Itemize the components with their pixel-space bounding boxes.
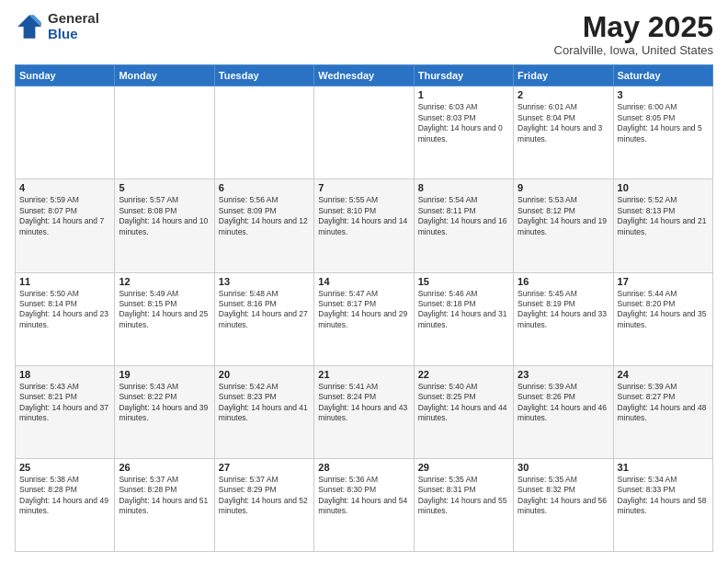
sunrise-text: Sunrise: 5:35 AM [418, 475, 478, 484]
title-month: May 2025 [554, 11, 713, 43]
sunrise-text: Sunrise: 5:37 AM [119, 475, 178, 484]
sunrise-text: Sunrise: 5:43 AM [119, 382, 178, 391]
daylight-text: Daylight: 14 hours and 12 minutes. [219, 216, 308, 236]
sunset-text: Sunset: 8:24 PM [318, 392, 376, 401]
table-row: 17 Sunrise: 5:44 AM Sunset: 8:20 PM Dayl… [613, 272, 712, 365]
title-location: Coralville, Iowa, United States [554, 43, 713, 57]
week-row-4: 18 Sunrise: 5:43 AM Sunset: 8:21 PM Dayl… [16, 365, 713, 458]
day-number: 20 [219, 369, 310, 380]
day-number: 13 [219, 276, 310, 287]
sunset-text: Sunset: 8:10 PM [318, 206, 376, 215]
sunrise-text: Sunrise: 5:54 AM [418, 195, 478, 204]
sunset-text: Sunset: 8:08 PM [119, 206, 176, 215]
sunset-text: Sunset: 8:28 PM [119, 485, 176, 494]
sunset-text: Sunset: 8:14 PM [19, 299, 77, 308]
col-thursday: Thursday [414, 65, 513, 86]
daylight-text: Daylight: 14 hours and 39 minutes. [119, 403, 208, 422]
table-row: 16 Sunrise: 5:45 AM Sunset: 8:19 PM Dayl… [514, 272, 613, 365]
daylight-text: Daylight: 14 hours and 29 minutes. [318, 309, 407, 328]
day-number: 23 [518, 369, 609, 380]
day-number: 25 [19, 462, 110, 473]
daylight-text: Daylight: 14 hours and 33 minutes. [518, 309, 607, 328]
daylight-text: Daylight: 14 hours and 46 minutes. [518, 403, 607, 422]
day-info: Sunrise: 5:43 AM Sunset: 8:22 PM Dayligh… [119, 382, 210, 424]
header: General Blue May 2025 Coralville, Iowa, … [15, 11, 713, 57]
calendar-header-row: Sunday Monday Tuesday Wednesday Thursday… [16, 65, 713, 86]
sunrise-text: Sunrise: 5:39 AM [518, 382, 577, 391]
sunrise-text: Sunrise: 5:47 AM [318, 289, 378, 298]
sunrise-text: Sunrise: 5:42 AM [219, 382, 279, 391]
day-info: Sunrise: 5:46 AM Sunset: 8:18 PM Dayligh… [418, 289, 509, 331]
sunrise-text: Sunrise: 5:52 AM [618, 195, 677, 204]
sunrise-text: Sunrise: 5:48 AM [219, 289, 279, 298]
day-info: Sunrise: 5:34 AM Sunset: 8:33 PM Dayligh… [618, 475, 709, 517]
week-row-5: 25 Sunrise: 5:38 AM Sunset: 8:28 PM Dayl… [16, 458, 713, 551]
table-row: 3 Sunrise: 6:00 AM Sunset: 8:05 PM Dayli… [613, 86, 712, 179]
day-number: 27 [219, 462, 310, 473]
logo-icon [15, 12, 44, 41]
title-block: May 2025 Coralville, Iowa, United States [554, 11, 713, 57]
day-number: 8 [418, 182, 509, 193]
day-info: Sunrise: 5:39 AM Sunset: 8:27 PM Dayligh… [618, 382, 709, 424]
table-row [115, 86, 214, 179]
daylight-text: Daylight: 14 hours and 41 minutes. [219, 403, 308, 422]
col-wednesday: Wednesday [314, 65, 414, 86]
day-number: 19 [119, 369, 210, 380]
day-number: 3 [618, 89, 709, 100]
sunset-text: Sunset: 8:03 PM [418, 113, 476, 122]
sunset-text: Sunset: 8:33 PM [618, 485, 676, 494]
day-info: Sunrise: 5:36 AM Sunset: 8:30 PM Dayligh… [318, 475, 409, 517]
daylight-text: Daylight: 14 hours and 5 minutes. [618, 123, 702, 143]
day-info: Sunrise: 5:53 AM Sunset: 8:12 PM Dayligh… [518, 195, 609, 237]
sunrise-text: Sunrise: 5:53 AM [518, 195, 577, 204]
sunset-text: Sunset: 8:19 PM [518, 299, 575, 308]
day-number: 6 [219, 182, 310, 193]
sunset-text: Sunset: 8:31 PM [418, 485, 476, 494]
table-row: 6 Sunrise: 5:56 AM Sunset: 8:09 PM Dayli… [214, 179, 313, 272]
sunrise-text: Sunrise: 5:55 AM [318, 195, 378, 204]
daylight-text: Daylight: 14 hours and 27 minutes. [219, 309, 308, 328]
sunrise-text: Sunrise: 5:49 AM [119, 289, 178, 298]
day-info: Sunrise: 5:57 AM Sunset: 8:08 PM Dayligh… [119, 195, 210, 237]
day-number: 2 [518, 89, 609, 100]
table-row: 23 Sunrise: 5:39 AM Sunset: 8:26 PM Dayl… [514, 365, 613, 458]
day-info: Sunrise: 5:40 AM Sunset: 8:25 PM Dayligh… [418, 382, 509, 424]
col-saturday: Saturday [613, 65, 712, 86]
sunset-text: Sunset: 8:12 PM [518, 206, 575, 215]
sunset-text: Sunset: 8:11 PM [418, 206, 476, 215]
table-row: 19 Sunrise: 5:43 AM Sunset: 8:22 PM Dayl… [115, 365, 214, 458]
day-number: 28 [318, 462, 409, 473]
day-info: Sunrise: 5:56 AM Sunset: 8:09 PM Dayligh… [219, 195, 310, 237]
day-number: 24 [618, 369, 709, 380]
table-row: 29 Sunrise: 5:35 AM Sunset: 8:31 PM Dayl… [414, 458, 513, 551]
sunset-text: Sunset: 8:16 PM [219, 299, 277, 308]
day-number: 9 [518, 182, 609, 193]
sunset-text: Sunset: 8:22 PM [119, 392, 176, 401]
col-tuesday: Tuesday [214, 65, 313, 86]
day-info: Sunrise: 5:37 AM Sunset: 8:29 PM Dayligh… [219, 475, 310, 517]
table-row: 13 Sunrise: 5:48 AM Sunset: 8:16 PM Dayl… [214, 272, 313, 365]
sunset-text: Sunset: 8:25 PM [418, 392, 476, 401]
week-row-1: 1 Sunrise: 6:03 AM Sunset: 8:03 PM Dayli… [16, 86, 713, 179]
day-info: Sunrise: 5:41 AM Sunset: 8:24 PM Dayligh… [318, 382, 409, 424]
day-number: 17 [618, 276, 709, 287]
daylight-text: Daylight: 14 hours and 48 minutes. [618, 403, 707, 422]
daylight-text: Daylight: 14 hours and 58 minutes. [618, 496, 707, 515]
daylight-text: Daylight: 14 hours and 3 minutes. [518, 123, 602, 143]
sunset-text: Sunset: 8:28 PM [19, 485, 77, 494]
daylight-text: Daylight: 14 hours and 56 minutes. [518, 496, 607, 515]
logo-blue-text: Blue [48, 27, 99, 42]
table-row: 12 Sunrise: 5:49 AM Sunset: 8:15 PM Dayl… [115, 272, 214, 365]
day-number: 21 [318, 369, 409, 380]
daylight-text: Daylight: 14 hours and 7 minutes. [19, 216, 104, 236]
sunset-text: Sunset: 8:04 PM [518, 113, 575, 122]
day-info: Sunrise: 5:55 AM Sunset: 8:10 PM Dayligh… [318, 195, 409, 237]
daylight-text: Daylight: 14 hours and 14 minutes. [318, 216, 407, 236]
daylight-text: Daylight: 14 hours and 19 minutes. [518, 216, 607, 236]
daylight-text: Daylight: 14 hours and 23 minutes. [19, 309, 108, 328]
day-info: Sunrise: 5:47 AM Sunset: 8:17 PM Dayligh… [318, 289, 409, 331]
sunrise-text: Sunrise: 5:45 AM [518, 289, 577, 298]
table-row: 31 Sunrise: 5:34 AM Sunset: 8:33 PM Dayl… [613, 458, 712, 551]
day-info: Sunrise: 5:54 AM Sunset: 8:11 PM Dayligh… [418, 195, 509, 237]
day-info: Sunrise: 5:48 AM Sunset: 8:16 PM Dayligh… [219, 289, 310, 331]
